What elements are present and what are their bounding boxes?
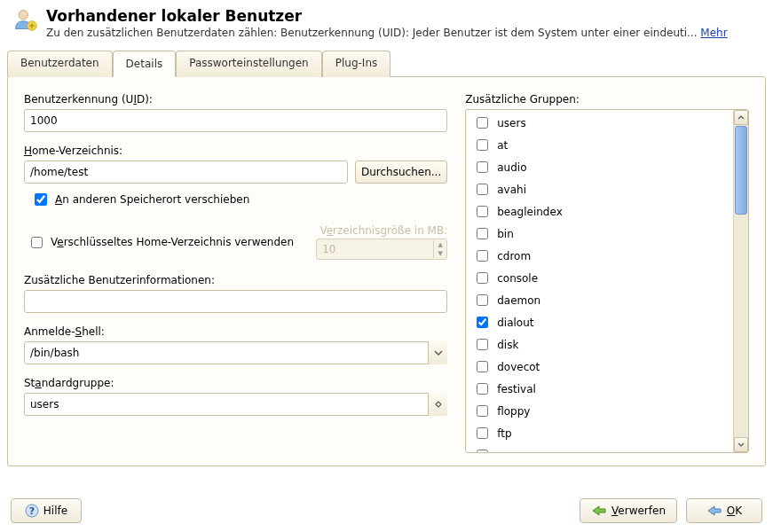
shell-combobox[interactable] <box>24 341 447 364</box>
group-checkbox[interactable] <box>477 139 488 151</box>
spinner-down: ▼ <box>434 249 446 258</box>
scroll-up-button[interactable] <box>734 110 748 125</box>
move-home-checkbox[interactable] <box>35 193 47 206</box>
dialog-subtitle: Zu den zusätzlichen Benutzerdaten zählen… <box>46 27 728 39</box>
move-home-label: An anderen Speicherort verschieben <box>55 193 249 206</box>
tab-bar: Benutzerdaten Details Passworteinstellun… <box>7 50 766 76</box>
tab-user-data[interactable]: Benutzerdaten <box>7 51 113 77</box>
enc-size-spinner: ▲ ▼ <box>316 239 447 260</box>
group-checkbox[interactable] <box>477 450 488 452</box>
group-checkbox[interactable] <box>477 206 488 217</box>
group-item[interactable]: cdrom <box>466 245 733 267</box>
group-checkbox[interactable] <box>477 405 488 417</box>
dialog-title: Vorhandener lokaler Benutzer <box>46 7 728 25</box>
group-name: at <box>497 139 508 152</box>
group-item[interactable]: users <box>466 112 733 134</box>
home-label: Home-Verzeichnis: <box>24 145 447 157</box>
scrollbar[interactable] <box>733 110 748 452</box>
uid-input[interactable] <box>24 109 447 132</box>
group-name: users <box>497 117 525 129</box>
encrypt-home-checkbox[interactable] <box>31 237 43 248</box>
group-item[interactable]: dovecot <box>466 356 733 378</box>
help-icon: ? <box>25 504 39 518</box>
groups-label: Zusätzliche Gruppen: <box>465 93 749 106</box>
group-item[interactable]: daemon <box>466 289 733 311</box>
group-item[interactable]: avahi <box>466 178 733 200</box>
group-item[interactable]: at <box>466 134 733 156</box>
group-item[interactable]: games <box>466 444 733 452</box>
shell-label: Anmelde-Shell: <box>24 325 447 338</box>
more-link[interactable]: Mehr <box>700 27 727 39</box>
groups-list[interactable]: usersataudioavahibeagleindexbincdromcons… <box>466 110 733 452</box>
uid-label: Benutzerkennung (UID): <box>24 93 447 106</box>
group-name: daemon <box>497 294 540 307</box>
spinner-up: ▲ <box>434 240 446 249</box>
addinfo-input[interactable] <box>24 290 447 313</box>
tab-plugins[interactable]: Plug-Ins <box>322 51 391 77</box>
scroll-thumb[interactable] <box>735 126 747 215</box>
tab-password[interactable]: Passworteinstellungen <box>176 51 322 77</box>
group-checkbox[interactable] <box>477 294 488 306</box>
group-name: bin <box>497 228 514 240</box>
group-name: cdrom <box>497 250 531 262</box>
scroll-down-button[interactable] <box>734 437 748 452</box>
group-checkbox[interactable] <box>477 361 488 372</box>
stdgroup-label: Standardgruppe: <box>24 377 447 389</box>
user-icon <box>12 7 37 32</box>
dialog-footer: ? Hilfe Verwerfen OK <box>0 491 773 532</box>
arrow-left-blue-icon <box>706 505 722 517</box>
group-item[interactable]: festival <box>466 378 733 400</box>
group-item[interactable]: beagleindex <box>466 200 733 223</box>
group-name: avahi <box>497 184 526 196</box>
group-checkbox[interactable] <box>477 228 488 239</box>
group-item[interactable]: console <box>466 267 733 289</box>
ok-button[interactable]: OK <box>686 498 762 523</box>
stdgroup-select[interactable] <box>24 393 447 416</box>
group-name: floppy <box>497 405 530 418</box>
home-input[interactable] <box>24 160 348 184</box>
group-name: dovecot <box>497 361 540 373</box>
group-checkbox[interactable] <box>477 317 488 328</box>
group-item[interactable]: ftp <box>466 422 733 444</box>
group-checkbox[interactable] <box>477 272 488 284</box>
group-item[interactable]: dialout <box>466 311 733 333</box>
group-checkbox[interactable] <box>477 427 488 439</box>
group-checkbox[interactable] <box>477 184 488 195</box>
browse-button[interactable]: Durchsuchen... <box>355 160 447 184</box>
tab-details[interactable]: Details <box>113 51 177 77</box>
group-checkbox[interactable] <box>477 161 488 173</box>
addinfo-label: Zusätzliche Benutzerinformationen: <box>24 274 447 286</box>
group-name: festival <box>497 383 536 395</box>
group-checkbox[interactable] <box>477 250 488 262</box>
group-name: audio <box>497 161 526 174</box>
enc-size-label: Verzeichnisgröße in MB: <box>316 224 447 237</box>
group-item[interactable]: bin <box>466 223 733 245</box>
group-item[interactable]: disk <box>466 333 733 356</box>
svg-point-0 <box>19 11 28 20</box>
svg-text:?: ? <box>29 505 35 517</box>
dialog-header: Vorhandener lokaler Benutzer Zu den zusä… <box>0 0 773 43</box>
group-checkbox[interactable] <box>477 117 488 129</box>
group-name: beagleindex <box>497 206 563 218</box>
group-name: disk <box>497 339 518 351</box>
encrypt-home-label: Verschlüsseltes Home-Verzeichnis verwend… <box>51 236 294 248</box>
group-name: ftp <box>497 427 511 440</box>
group-name: console <box>497 272 538 285</box>
group-checkbox[interactable] <box>477 383 488 395</box>
group-name: dialout <box>497 317 533 329</box>
group-item[interactable]: floppy <box>466 400 733 422</box>
discard-button[interactable]: Verwerfen <box>580 498 677 523</box>
group-checkbox[interactable] <box>477 339 488 350</box>
help-button[interactable]: ? Hilfe <box>11 498 82 523</box>
enc-size-input <box>317 243 433 255</box>
arrow-left-green-icon <box>591 505 607 517</box>
group-item[interactable]: audio <box>466 156 733 178</box>
tab-panel-details: Benutzerkennung (UID): Home-Verzeichnis:… <box>7 76 766 466</box>
group-name: games <box>497 450 532 453</box>
